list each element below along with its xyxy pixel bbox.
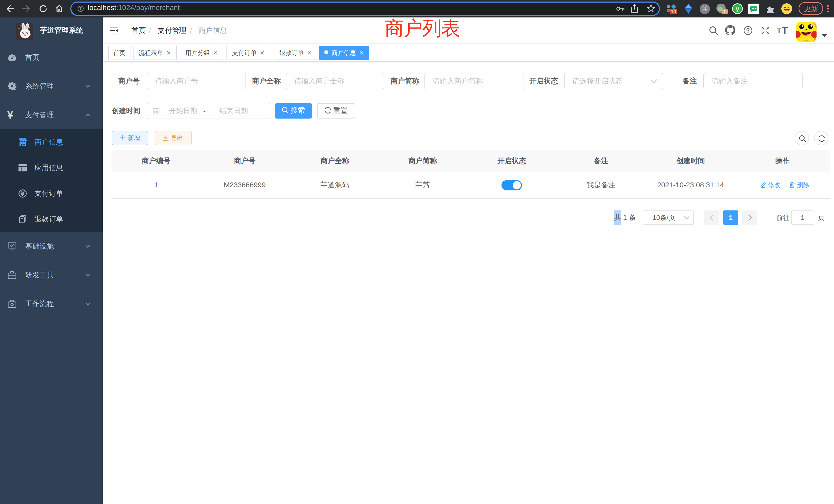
svg-text:⌘: ⌘ — [702, 5, 708, 12]
svg-text:y: y — [736, 5, 740, 13]
svg-text:1: 1 — [723, 9, 726, 14]
svg-text:10: 10 — [671, 9, 676, 14]
